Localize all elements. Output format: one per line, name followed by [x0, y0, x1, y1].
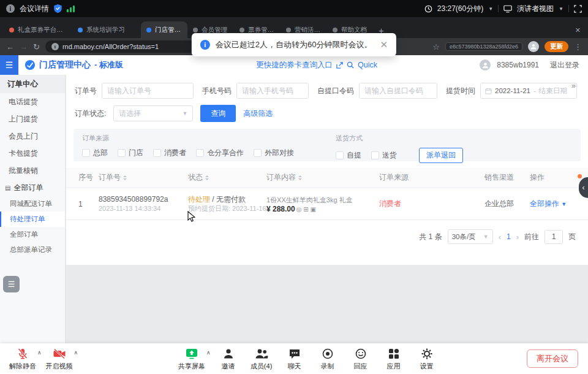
- dispatch-return-button[interactable]: 派单退回: [419, 148, 463, 163]
- view-mode-label[interactable]: 演讲者视图: [517, 4, 554, 14]
- chat-icon: [288, 348, 301, 360]
- browser-tab[interactable]: 礼盒票券平台管理中心: [4, 21, 72, 38]
- row-actions-cell: 全部操作 ▼: [530, 199, 588, 209]
- sidebar-group-all-orders[interactable]: ▤ 全部订单: [0, 179, 65, 196]
- apps-button[interactable]: 应用: [377, 343, 410, 371]
- camera-off-icon: [53, 348, 66, 360]
- goto-page-input[interactable]: [545, 230, 563, 244]
- timer-icon: [424, 5, 432, 13]
- view-dropdown-icon[interactable]: ▼: [559, 6, 564, 12]
- site-info-icon[interactable]: i: [51, 43, 59, 50]
- pickup-code-input[interactable]: [359, 83, 437, 99]
- filter-checkbox-panel: 订单来源 总部 门店 消费者 仓分享合作 外部对接 送货方式 自提 送货 派单退…: [74, 129, 581, 161]
- sort-icon[interactable]: [298, 175, 302, 180]
- page-size-select[interactable]: 30条/页 ▼: [448, 229, 493, 244]
- video-options-caret[interactable]: ∧: [74, 349, 78, 371]
- phone-input[interactable]: [236, 83, 309, 99]
- collapse-filters-icon[interactable]: »: [571, 81, 576, 90]
- checkbox-self-pickup[interactable]: 自提: [336, 150, 361, 161]
- share-screen-button[interactable]: 共享屏幕: [175, 343, 208, 371]
- sidebar-item-member-visit[interactable]: 会员上门: [0, 128, 65, 145]
- menu-toggle-button[interactable]: ☰: [0, 55, 18, 75]
- timer-dropdown-icon[interactable]: ▼: [488, 6, 493, 12]
- grid-icon: ▤: [5, 185, 10, 191]
- leave-meeting-button[interactable]: 离开会议: [527, 349, 578, 368]
- gear-icon: [421, 348, 433, 360]
- start-video-button[interactable]: 开启视频: [43, 343, 76, 371]
- browser-tab-active[interactable]: 门店管理中心: [141, 21, 187, 38]
- checkbox-delivery[interactable]: 送货: [371, 150, 397, 161]
- checkbox-consumer[interactable]: 消费者: [153, 148, 186, 158]
- checkbox-external[interactable]: 外部对接: [254, 148, 294, 158]
- sales-channel-cell: 企业总部: [484, 199, 530, 209]
- checkbox-store[interactable]: 门店: [118, 148, 143, 158]
- header-user-area: 8385wb1991 退出登录: [480, 59, 588, 71]
- back-icon[interactable]: ←: [6, 42, 14, 52]
- sidebar-item-all-orders[interactable]: 全部订单: [0, 227, 65, 242]
- network-signal-icon: [67, 6, 75, 12]
- notification-dot: [578, 174, 582, 178]
- sidebar-item-card-pickup[interactable]: 卡包提货: [0, 145, 65, 162]
- calendar-icon: [485, 88, 492, 94]
- bookmark-star-icon[interactable]: ☆: [432, 42, 440, 52]
- browser-profile-avatar[interactable]: [528, 41, 539, 52]
- next-page-icon[interactable]: ›: [516, 232, 519, 242]
- browser-update-button[interactable]: 更新: [545, 41, 568, 52]
- person-icon: [482, 62, 489, 69]
- reload-icon[interactable]: ↻: [33, 42, 40, 52]
- sidebar-item-door-pickup[interactable]: 上门提货: [0, 110, 65, 128]
- sidebar-toolbox-button[interactable]: ☰: [3, 276, 20, 292]
- sort-icon[interactable]: [123, 175, 127, 180]
- pagination: 共 1 条 30条/页 ▼ ‹ 1 › 前往 页: [66, 220, 588, 244]
- chat-button[interactable]: 聊天: [278, 343, 311, 371]
- external-link-icon: [336, 62, 343, 69]
- toast-close-icon[interactable]: ✕: [380, 39, 388, 50]
- logout-button[interactable]: 退出登录: [550, 60, 579, 71]
- members-button[interactable]: 成员(4): [245, 343, 278, 371]
- pickup-time-label: 提货时间: [446, 86, 475, 96]
- quick-entry[interactable]: 更快捷的券卡查询入口 Quick: [256, 60, 377, 71]
- security-shield-icon: [54, 4, 62, 13]
- unmute-button[interactable]: 解除静音: [6, 343, 39, 371]
- current-page[interactable]: 1: [507, 232, 511, 241]
- tab-favicon: [333, 28, 337, 32]
- table-row[interactable]: 1 8385934508899792a 2023-11-13 14:33:34 …: [66, 188, 588, 220]
- tab-favicon: [9, 28, 14, 32]
- sidebar-item-hq-dispatch-log[interactable]: 总部派单记录: [0, 242, 65, 258]
- checkbox-icon: [118, 149, 126, 157]
- filter-row-2: 订单状态: 请选择 ▼ 查询 高级筛选: [66, 99, 588, 122]
- sidebar-item-batch-verify[interactable]: 批量核销: [0, 162, 65, 179]
- prev-page-icon[interactable]: ‹: [499, 232, 501, 242]
- meeting-info-icon[interactable]: i: [6, 4, 15, 13]
- record-button[interactable]: 录制: [311, 343, 344, 371]
- reaction-button[interactable]: 回应: [344, 343, 377, 371]
- quick-label[interactable]: Quick: [358, 61, 377, 69]
- advanced-filter-link[interactable]: 高级筛选: [243, 109, 273, 119]
- browser-menu-icon[interactable]: ⋮: [574, 42, 582, 52]
- chevron-down-icon: ▼: [483, 234, 489, 240]
- checkbox-hq[interactable]: 总部: [82, 148, 108, 158]
- invite-button[interactable]: 邀请: [212, 343, 245, 371]
- meeting-details-label[interactable]: 会议详情: [20, 4, 49, 14]
- window-close-icon[interactable]: ✕: [575, 26, 584, 38]
- forward-icon[interactable]: →: [20, 42, 28, 52]
- sidebar-item-pending-orders[interactable]: 待处理订单: [0, 212, 65, 227]
- all-actions-dropdown[interactable]: 全部操作 ▼: [530, 199, 567, 208]
- order-status-select[interactable]: 请选择 ▼: [113, 105, 193, 121]
- settings-button[interactable]: 设置: [410, 343, 443, 371]
- order-no-input[interactable]: [102, 83, 194, 99]
- sidebar-item-phone-pickup[interactable]: 电话提货: [0, 93, 65, 110]
- quick-entry-link[interactable]: 更快捷的券卡查询入口: [256, 60, 333, 71]
- user-avatar[interactable]: [480, 59, 491, 71]
- status-cell: 待处理 / 无需付款 预约提货日期: 2023-11-16: [188, 194, 266, 213]
- fullscreen-icon[interactable]: [574, 5, 582, 13]
- search-button[interactable]: 查询: [200, 105, 236, 122]
- checkbox-warehouse-coop[interactable]: 仓分享合作: [196, 148, 244, 158]
- checkbox-icon: [82, 149, 90, 157]
- sidebar-item-city-delivery[interactable]: 同城配送订单: [0, 196, 65, 212]
- date-range-picker[interactable]: 2022-11-21 - 结束日期: [480, 83, 577, 99]
- sort-icon[interactable]: [205, 175, 209, 180]
- browser-tab[interactable]: 系统培训学习: [72, 21, 141, 38]
- share-options-caret[interactable]: ∧: [206, 349, 211, 371]
- mic-options-caret[interactable]: ∧: [37, 349, 42, 371]
